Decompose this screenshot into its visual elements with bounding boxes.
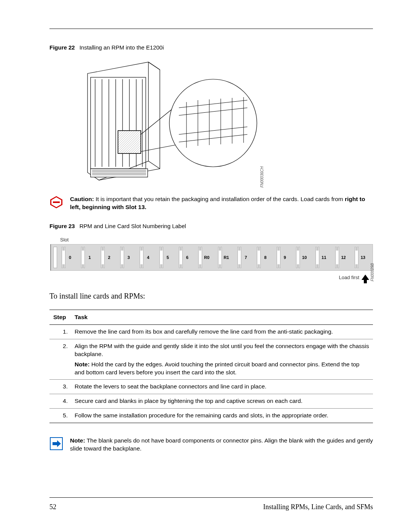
task-text: Follow the same installation procedure f…: [75, 412, 328, 419]
table-header-step: Step: [49, 310, 75, 324]
slot-number: 11: [320, 255, 327, 260]
figure22-text: Installing an RPM into the E1200i: [80, 44, 164, 51]
slot-guide: [355, 247, 358, 268]
caution-text: Caution: It is important that you retain…: [70, 195, 373, 211]
figure22-illustration: FN00036CH: [84, 58, 263, 184]
slot-guide: [335, 247, 339, 268]
slot-cell: 0: [58, 247, 77, 268]
slot-number: 10: [301, 255, 308, 260]
slot-guide: [140, 247, 143, 268]
task-cell: Rotate the levers to seat the backplane …: [75, 380, 373, 394]
slot-bar-left-cap: [53, 247, 57, 268]
svg-rect-10: [91, 169, 148, 177]
task-table: Step Task 1.Remove the line card from it…: [49, 310, 373, 423]
figure23-code: FN00029B: [370, 263, 374, 281]
figure22-code: FN00036CH: [260, 166, 264, 188]
slot-number: 13: [360, 255, 366, 260]
bottom-rule: [49, 497, 373, 498]
slot-number: 7: [242, 255, 249, 260]
slot-number: R1: [223, 255, 230, 260]
table-row: 1.Remove the line card from its box and …: [49, 324, 373, 339]
slot-number: 5: [164, 255, 171, 260]
top-rule: [49, 29, 373, 29]
slot-cell: 10: [292, 247, 312, 268]
slot-guide: [120, 247, 124, 268]
svg-rect-16: [118, 131, 141, 153]
slot-cell: 12: [331, 247, 350, 268]
slot-guide: [218, 247, 222, 268]
note-body: The blank panels do not have board compo…: [70, 437, 373, 452]
step-number: 5.: [49, 409, 75, 423]
table-row: 4.Secure card and blanks in place by tig…: [49, 394, 373, 409]
slot-guide: [237, 247, 241, 268]
slot-number: 0: [67, 255, 73, 260]
slot-cell: R0: [194, 247, 214, 268]
task-cell: Align the RPM with the guide and gently …: [75, 339, 373, 380]
step-number: 4.: [49, 394, 75, 409]
page-content: Figure 22Installing an RPM into the E120…: [0, 0, 411, 532]
task-note: Note: Hold the card by the edges. Avoid …: [75, 361, 371, 377]
caution-icon: [49, 195, 63, 209]
figure22-label: Figure 22: [49, 44, 75, 51]
slot-number: 3: [125, 255, 132, 260]
slot-guide: [81, 247, 85, 268]
table-row: 5.Follow the same installation procedure…: [49, 409, 373, 423]
note-text: Note: The blank panels do not have board…: [70, 437, 373, 453]
task-note-text: Hold the card by the edges. Avoid touchi…: [75, 361, 359, 375]
slot-guide: [296, 247, 300, 268]
slot-number: 4: [145, 255, 151, 260]
slot-number: 9: [282, 255, 288, 260]
slot-guide: [277, 247, 280, 268]
slot-guide: [257, 247, 261, 268]
task-text: Align the RPM with the guide and gently …: [75, 343, 369, 357]
slot-guide: [198, 247, 202, 268]
load-first-text: Load first: [339, 275, 359, 280]
task-cell: Follow the same installation procedure f…: [75, 409, 373, 423]
slot-guide: [101, 247, 105, 268]
slot-cell: 1: [77, 247, 97, 268]
caution-block: Caution: It is important that you retain…: [49, 195, 373, 211]
slot-cell: 13: [351, 247, 370, 268]
task-text: Rotate the levers to seat the backplane …: [75, 383, 266, 390]
slot-number: 2: [106, 255, 113, 260]
note-label: Note:: [70, 437, 85, 444]
slot-number: 12: [340, 255, 347, 260]
slot-cell: 4: [136, 247, 155, 268]
page-number: 52: [49, 503, 56, 511]
slot-word: Slot: [60, 237, 373, 243]
slot-cell: 11: [312, 247, 331, 268]
footer-title: Installing RPMs, Line Cards, and SFMs: [263, 503, 373, 511]
slot-cell: 9: [272, 247, 292, 268]
slot-cell: 5: [156, 247, 175, 268]
slot-guide: [315, 247, 319, 268]
figure22-caption: Figure 22Installing an RPM into the E120…: [49, 44, 373, 51]
note-block: Note: The blank panels do not have board…: [49, 437, 373, 453]
up-arrow-icon: [362, 275, 369, 280]
svg-rect-32: [53, 201, 60, 203]
load-first-row: Load first: [50, 275, 373, 280]
task-cell: Remove the line card from its box and ca…: [75, 324, 373, 339]
slot-cell: R1: [214, 247, 234, 268]
slot-cell: 3: [116, 247, 136, 268]
intro-line: To install line cards and RPMs:: [49, 292, 373, 300]
figure23-text: RPM and Line Card Slot Numbering Label: [80, 223, 186, 229]
table-header-task: Task: [75, 310, 373, 324]
step-number: 2.: [49, 339, 75, 380]
task-cell: Secure card and blanks in place by tight…: [75, 394, 373, 409]
table-row: 3.Rotate the levers to seat the backplan…: [49, 380, 373, 394]
slot-cell: 7: [234, 247, 253, 268]
slot-number: 1: [86, 255, 93, 260]
step-number: 1.: [49, 324, 75, 339]
caution-label: Caution:: [70, 196, 94, 202]
task-note-label: Note:: [75, 361, 90, 367]
chassis-drawing: [84, 58, 263, 184]
slot-guide: [159, 247, 163, 268]
slot-cell: 6: [175, 247, 194, 268]
slot-cell: 8: [253, 247, 272, 268]
figure23-label: Figure 23: [49, 223, 75, 229]
slot-number: 6: [184, 255, 191, 260]
note-arrow-icon: [49, 437, 63, 451]
caution-body: It is important that you retain the pack…: [94, 196, 345, 202]
slot-guide: [62, 247, 65, 268]
slot-bar: 0123456R0R178910111213: [50, 244, 373, 271]
